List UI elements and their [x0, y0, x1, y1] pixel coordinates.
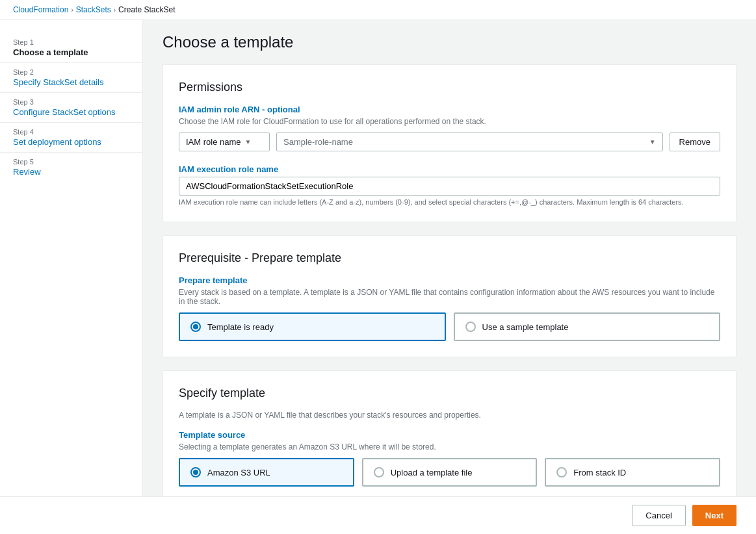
radio-sample-template-label: Use a sample template: [482, 322, 569, 332]
breadcrumb-current: Create StackSet: [118, 5, 175, 14]
radio-from-stack-id[interactable]: From stack ID: [545, 458, 720, 487]
step3-title[interactable]: Configure StackSet options: [13, 107, 129, 117]
sidebar-step-4[interactable]: Step 4 Set deployment options: [0, 123, 142, 153]
sidebar: Step 1 Choose a template Step 2 Specify …: [0, 20, 143, 534]
remove-button[interactable]: Remove: [670, 133, 720, 151]
specify-template-title: Specify template: [179, 387, 720, 400]
radio-sample-template-circle: [465, 322, 476, 332]
iam-role-row: IAM role name ▼ Sample-role-name ▼ Remov…: [179, 133, 720, 151]
prerequisite-card: Prerequisite - Prepare template Prepare …: [163, 235, 736, 357]
radio-template-ready[interactable]: Template is ready: [179, 312, 446, 341]
template-source-label: Template source: [179, 430, 720, 440]
iam-role-type-arrow: ▼: [245, 138, 252, 146]
iam-admin-hint: Choose the IAM role for CloudFormation t…: [179, 117, 720, 126]
sidebar-step-2[interactable]: Step 2 Specify StackSet details: [0, 63, 142, 93]
iam-admin-label: IAM admin role ARN - optional: [179, 105, 720, 114]
sidebar-step-1: Step 1 Choose a template: [0, 33, 142, 63]
iam-role-name-placeholder: Sample-role-name: [283, 137, 645, 147]
prepare-template-label: Prepare template: [179, 275, 720, 285]
step5-label: Step 5: [13, 158, 129, 166]
radio-amazon-s3-url[interactable]: Amazon S3 URL: [179, 458, 354, 487]
prepare-template-hint: Every stack is based on a template. A te…: [179, 288, 720, 306]
step4-title[interactable]: Set deployment options: [13, 137, 129, 147]
iam-exec-input[interactable]: [179, 177, 720, 196]
template-source-hint: Selecting a template generates an Amazon…: [179, 442, 720, 451]
template-source-options: Amazon S3 URL Upload a template file Fro…: [179, 458, 720, 487]
prerequisite-card-title: Prerequisite - Prepare template: [179, 251, 720, 265]
radio-stack-id-circle: [556, 467, 567, 477]
permissions-card: Permissions IAM admin role ARN - optiona…: [163, 64, 736, 222]
breadcrumb-cloudformation[interactable]: CloudFormation: [13, 5, 68, 14]
step2-title[interactable]: Specify StackSet details: [13, 77, 129, 87]
content-area: Choose a template Permissions IAM admin …: [143, 20, 756, 534]
prepare-template-options: Template is ready Use a sample template: [179, 312, 720, 341]
iam-exec-label: IAM execution role name: [179, 164, 720, 174]
footer: Cancel Next: [0, 496, 756, 534]
radio-upload-template[interactable]: Upload a template file: [362, 458, 538, 487]
iam-role-name-dropdown[interactable]: Sample-role-name ▼: [276, 133, 663, 151]
radio-upload-circle: [374, 467, 384, 477]
app-layout: CloudFormation › StackSets › Create Stac…: [0, 0, 756, 534]
radio-upload-label: Upload a template file: [391, 468, 473, 477]
step3-label: Step 3: [13, 98, 129, 106]
radio-sample-template[interactable]: Use a sample template: [454, 312, 721, 341]
iam-role-type-dropdown[interactable]: IAM role name ▼: [179, 133, 270, 151]
breadcrumb-sep-1: ›: [71, 6, 73, 14]
iam-role-name-arrow: ▼: [649, 138, 656, 146]
radio-template-ready-label: Template is ready: [207, 322, 274, 332]
radio-template-ready-circle: [190, 322, 201, 332]
sidebar-step-5[interactable]: Step 5 Review: [0, 153, 142, 182]
step4-label: Step 4: [13, 128, 129, 136]
main-layout: Step 1 Choose a template Step 2 Specify …: [0, 20, 756, 534]
breadcrumb: CloudFormation › StackSets › Create Stac…: [0, 0, 756, 20]
cancel-button[interactable]: Cancel: [632, 505, 685, 526]
sidebar-step-3[interactable]: Step 3 Configure StackSet options: [0, 93, 142, 123]
step5-title[interactable]: Review: [13, 167, 129, 177]
radio-s3-url-label: Amazon S3 URL: [207, 468, 270, 477]
next-button[interactable]: Next: [692, 505, 736, 526]
step2-label: Step 2: [13, 68, 129, 76]
radio-s3-url-circle: [190, 467, 201, 477]
step1-title: Choose a template: [13, 47, 129, 57]
permissions-card-title: Permissions: [179, 81, 720, 94]
iam-role-type-value: IAM role name: [186, 137, 241, 147]
page-title: Choose a template: [163, 33, 736, 51]
breadcrumb-sep-2: ›: [114, 6, 116, 14]
breadcrumb-stacksets[interactable]: StackSets: [76, 5, 111, 14]
radio-stack-id-label: From stack ID: [573, 468, 626, 477]
step1-label: Step 1: [13, 38, 129, 46]
iam-exec-hint: IAM execution role name can include lett…: [179, 198, 720, 206]
specify-template-hint: A template is a JSON or YAML file that d…: [179, 411, 720, 420]
